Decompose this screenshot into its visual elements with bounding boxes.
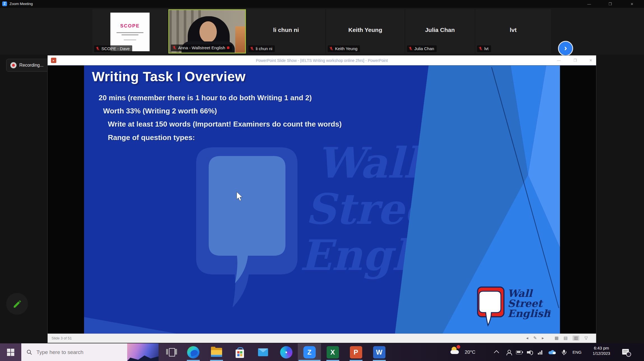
muted-mic-icon [478, 46, 483, 51]
clock-time: 6:43 pm [587, 346, 616, 350]
taskbar-app-powerpoint[interactable]: P [344, 343, 368, 361]
taskbar-app-zoom[interactable]: Z [298, 343, 321, 361]
tray-onedrive-icon[interactable] [547, 343, 557, 361]
windows-logo-icon [7, 349, 14, 356]
menu-button[interactable]: ▽ [584, 336, 588, 341]
tray-speaker-icon[interactable] [526, 343, 534, 361]
annotate-pencil-button[interactable] [6, 293, 28, 315]
temperature-label[interactable]: 20°C [463, 343, 477, 361]
muted-mic-icon [408, 46, 413, 51]
participant-name-label: Keith Yeung [328, 45, 360, 52]
file-explorer-icon [210, 346, 223, 358]
restore-button[interactable]: ❐ [602, 1, 618, 7]
taskbar-search[interactable] [21, 343, 159, 361]
ppt-restore-button[interactable]: ❐ [568, 57, 582, 64]
next-participants-button[interactable]: › [558, 41, 573, 56]
slide-bullet-2: Worth 33% (Writing 2 worth 66%) [103, 107, 217, 115]
language-indicator[interactable]: ENG [570, 343, 584, 361]
slide-graphics: Wall Street English ® Wall [84, 66, 560, 334]
close-button[interactable]: ✕ [624, 1, 640, 7]
powerpoint-statusbar: Slide 3 of 51 ◂ ✎ ▸ ▦ ▤ ▥ ▽ [48, 334, 596, 343]
normal-view-button[interactable]: ▤ [564, 336, 568, 341]
start-button[interactable] [0, 343, 21, 361]
slide-canvas[interactable]: Wall Street English ® Wall [84, 66, 560, 334]
zoom-app-icon: Z [2, 1, 7, 6]
search-highlight-image[interactable] [127, 343, 159, 361]
search-input[interactable] [36, 349, 115, 356]
slide-counter: Slide 3 of 51 [52, 336, 72, 340]
weather-alert-badge [457, 345, 460, 349]
muted-mic-icon [96, 46, 100, 51]
cloud-icon [450, 350, 459, 354]
participant-name-label: li chun ni [248, 45, 275, 52]
zoom-titlebar: Z Zoom Meeting — ❐ ✕ [0, 0, 644, 8]
participant-name-label: lvt [477, 45, 491, 52]
participant-name-label: SCOPE - Dave [94, 45, 132, 52]
tray-network-icon[interactable] [536, 343, 545, 361]
scope-brand-text: SCOPE [110, 23, 150, 29]
weather-widget[interactable] [449, 343, 463, 361]
slide-bullet-3: Write at least 150 words (Important! Exa… [108, 120, 342, 129]
task-view-button[interactable] [158, 343, 181, 361]
windows-taskbar: Z X P W 20°C [0, 343, 644, 361]
taskbar-app-mail[interactable] [251, 343, 275, 361]
pen-annotate-button[interactable]: ✎ [533, 336, 537, 341]
ppt-minimize-button[interactable]: — [552, 57, 566, 64]
next-slide-button[interactable]: ▸ [542, 336, 544, 341]
word-icon: W [373, 346, 385, 358]
tray-mic-icon[interactable] [560, 343, 568, 361]
excel-icon: X [327, 346, 339, 358]
taskbar-app-file-explorer[interactable] [205, 343, 228, 361]
slide-bullet-1: 20 mins (remember there is 1 hour to do … [99, 94, 312, 102]
edge-icon [187, 346, 199, 358]
recording-badge-icon [227, 46, 229, 49]
record-dot-icon [10, 62, 17, 68]
participant-tile-lvt[interactable]: lvt lvt [475, 9, 551, 53]
chevron-right-icon: › [564, 43, 567, 52]
reading-view-button[interactable]: ▥ [573, 336, 579, 341]
zoom-icon: Z [303, 346, 316, 358]
participant-tile-keith-yeung[interactable]: Keith Yeung Keith Yeung [326, 9, 404, 53]
taskbar-app-word[interactable]: W [368, 343, 391, 361]
participant-filmstrip: SCOPE SCOPE - Dave [0, 8, 644, 55]
task-view-icon [166, 349, 168, 355]
grid-view-button[interactable]: ▦ [555, 336, 559, 341]
muted-mic-icon [250, 46, 254, 51]
tray-person-icon[interactable] [505, 343, 513, 361]
svg-text:®: ® [547, 309, 551, 314]
powerpoint-icon: P [350, 346, 362, 358]
svg-text:Wall: Wall [317, 138, 423, 187]
svg-text:English: English [508, 308, 550, 319]
ppt-close-button[interactable]: ✕ [584, 57, 598, 64]
taskbar-app-excel[interactable]: X [321, 343, 344, 361]
participant-tile-julia-chan[interactable]: Julia Chan Julia Chan [405, 9, 475, 53]
participant-name-label: Julia Chan [407, 45, 437, 52]
slide-title: Writing Task I Overview [92, 69, 246, 84]
powerpoint-window: ▸ PowerPoint Slide Show - [IELTS Writing… [48, 55, 596, 343]
participant-tile-li-chun-ni[interactable]: li chun ni li chun ni [247, 9, 325, 53]
store-icon [234, 346, 246, 358]
powerpoint-window-title: PowerPoint Slide Show - [IELTS Writing w… [48, 55, 596, 66]
participant-name-label: Anna - Wallstreet English [171, 45, 232, 51]
photos-icon [280, 346, 292, 358]
participant-tile-scope[interactable]: SCOPE SCOPE - Dave [92, 9, 168, 53]
taskbar-clock[interactable]: 6:43 pm 1/12/2023 [587, 346, 616, 356]
tray-battery-icon[interactable] [515, 343, 524, 361]
minimize-button[interactable]: — [581, 1, 597, 7]
muted-mic-icon [329, 46, 333, 51]
slideshow-controls: ◂ ✎ ▸ ▦ ▤ ▥ ▽ [526, 336, 588, 341]
participant-tile-anna[interactable]: Anna - Wallstreet English [168, 9, 246, 53]
clock-date: 1/12/2023 [587, 351, 616, 356]
search-icon [26, 349, 32, 355]
zoom-window-title: Zoom Meeting [10, 2, 33, 6]
pencil-icon [12, 299, 22, 309]
muted-mic-icon [172, 46, 176, 50]
action-center-button[interactable] [620, 343, 633, 361]
tray-expand-chevron[interactable] [493, 343, 501, 361]
taskbar-app-store[interactable] [228, 343, 251, 361]
taskbar-app-photos[interactable] [275, 343, 298, 361]
powerpoint-titlebar: ▸ PowerPoint Slide Show - [IELTS Writing… [48, 55, 596, 66]
previous-slide-button[interactable]: ◂ [526, 336, 528, 341]
taskbar-app-edge[interactable] [182, 343, 205, 361]
mail-icon [257, 346, 269, 358]
